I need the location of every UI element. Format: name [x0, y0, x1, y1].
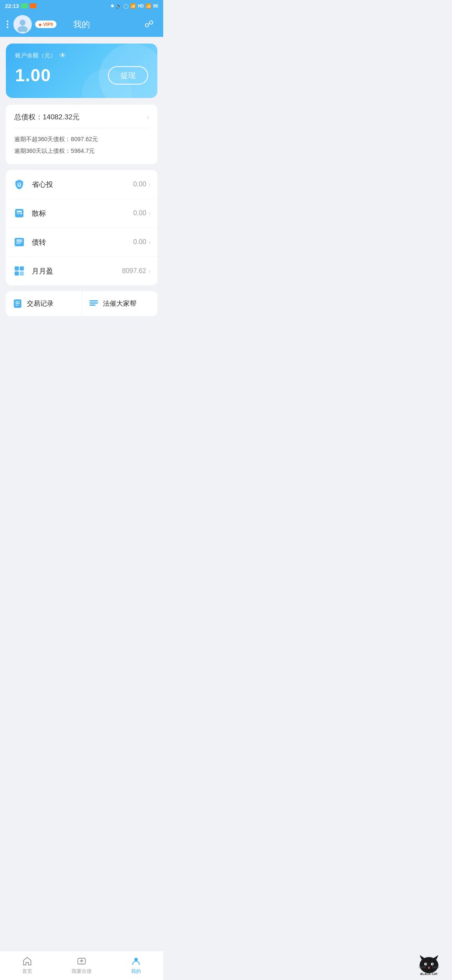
debt-sub1: 逾期不超360天债权：8097.62元: [14, 133, 149, 145]
wifi-icon: 📶: [130, 3, 136, 9]
debt-total-label: 总债权：14082.32元: [14, 112, 80, 122]
sanbiao-value: 0.00: [133, 209, 146, 217]
legal-help-icon: [89, 299, 99, 309]
message-icon: ☍: [144, 19, 154, 30]
yueyueying-icon: [13, 265, 25, 277]
menu-item-sanbiao[interactable]: 散标 0.00 ›: [6, 199, 157, 228]
svg-point-1: [18, 26, 28, 32]
signal-icon: 📶: [146, 3, 152, 9]
svg-rect-13: [15, 266, 19, 271]
shengxintou-icon: [13, 178, 25, 190]
svg-rect-18: [15, 302, 20, 302]
yueyueying-value: 8097.62: [122, 267, 146, 275]
zhaizhuang-label: 债转: [32, 237, 133, 247]
legal-help-link[interactable]: 法催大家帮: [82, 291, 158, 316]
shengxintou-chevron-icon: ›: [149, 181, 151, 188]
menu-item-zhaizhuang[interactable]: 债转 0.00 ›: [6, 228, 157, 257]
volume-icon: 🔈: [116, 3, 122, 9]
page-title: 我的: [73, 19, 90, 30]
vip-diamond-icon: ◆: [39, 22, 42, 27]
balance-row: 1.00 提现: [15, 65, 148, 85]
svg-rect-16: [20, 271, 24, 276]
svg-rect-20: [15, 305, 18, 306]
zhaizhuang-icon: [13, 236, 25, 248]
investment-menu: 省心投 0.00 › 散标 0.00 › 债转 0.00: [6, 170, 157, 285]
svg-rect-11: [16, 241, 22, 242]
zhaizhuang-icon-wrap: [13, 235, 26, 249]
eye-icon[interactable]: 👁: [59, 52, 66, 59]
shengxintou-value: 0.00: [133, 181, 146, 188]
debt-sub-info: 逾期不超360天债权：8097.62元 逾期360天以上债权：5984.7元: [14, 133, 149, 157]
shengxintou-icon-wrap: [13, 178, 26, 191]
debt-sub2: 逾期360天以上债权：5984.7元: [14, 145, 149, 157]
user-avatar[interactable]: [13, 15, 32, 34]
debt-card: 总债权：14082.32元 › 逾期不超360天债权：8097.62元 逾期36…: [6, 105, 157, 164]
svg-point-0: [20, 20, 26, 26]
chevron-right-icon: ›: [147, 113, 149, 121]
dots-menu-icon[interactable]: [7, 21, 8, 28]
status-time: 22:13: [5, 3, 19, 9]
svg-rect-21: [90, 300, 98, 302]
menu-item-yueyueying[interactable]: 月月盈 8097.62 ›: [6, 257, 157, 285]
transaction-record-label: 交易记录: [27, 299, 54, 308]
header: ◆ VIP0 我的 ☍: [0, 12, 163, 37]
yueyueying-chevron-icon: ›: [149, 268, 151, 274]
menu-item-shengxintou[interactable]: 省心投 0.00 ›: [6, 170, 157, 199]
legal-help-label: 法催大家帮: [103, 299, 136, 308]
bottom-links: 交易记录 法催大家帮: [6, 291, 157, 316]
sanbiao-icon: [13, 207, 25, 219]
transaction-record-icon: [13, 299, 23, 309]
svg-rect-19: [15, 303, 20, 304]
svg-rect-10: [16, 240, 22, 241]
svg-rect-15: [15, 271, 19, 276]
vip-badge: ◆ VIP0: [35, 21, 56, 28]
sanbiao-label: 散标: [32, 209, 133, 218]
balance-label: 账户余额（元） 👁: [15, 52, 148, 59]
yueyueying-label: 月月盈: [32, 266, 122, 276]
withdraw-button[interactable]: 提现: [108, 66, 148, 85]
status-icons: ✱ 🔈 ◯ 📶 HD 📶 96: [110, 3, 158, 9]
svg-rect-22: [90, 302, 98, 304]
transaction-record-link[interactable]: 交易记录: [6, 291, 82, 316]
svg-rect-4: [19, 184, 20, 186]
sanbiao-chevron-icon: ›: [149, 210, 151, 217]
balance-amount: 1.00: [15, 65, 51, 85]
alarm-icon: ◯: [123, 3, 128, 9]
zhaizhuang-chevron-icon: ›: [149, 239, 151, 245]
notification-icon2: [30, 3, 36, 8]
hd-icon: HD: [138, 4, 144, 8]
shengxintou-label: 省心投: [32, 180, 133, 189]
bluetooth-icon: ✱: [110, 3, 114, 9]
svg-point-8: [21, 213, 22, 214]
header-left: ◆ VIP0: [7, 15, 56, 34]
svg-rect-7: [17, 213, 20, 214]
debt-total-row[interactable]: 总债权：14082.32元 ›: [14, 112, 149, 128]
status-bar: 22:13 ✱ 🔈 ◯ 📶 HD 📶 96: [0, 0, 163, 12]
message-button[interactable]: ☍: [141, 17, 157, 32]
sanbiao-icon-wrap: [13, 206, 26, 220]
balance-card: 账户余额（元） 👁 1.00 提现: [6, 44, 157, 98]
svg-rect-6: [17, 211, 22, 212]
battery-icon: 96: [153, 3, 158, 8]
svg-rect-14: [20, 266, 24, 271]
notification-icon1: [21, 3, 28, 8]
svg-rect-12: [16, 243, 21, 244]
svg-rect-23: [90, 304, 95, 306]
zhaizhuang-value: 0.00: [133, 238, 146, 246]
yueyueying-icon-wrap: [13, 264, 26, 278]
vip-label: VIP0: [43, 22, 53, 27]
